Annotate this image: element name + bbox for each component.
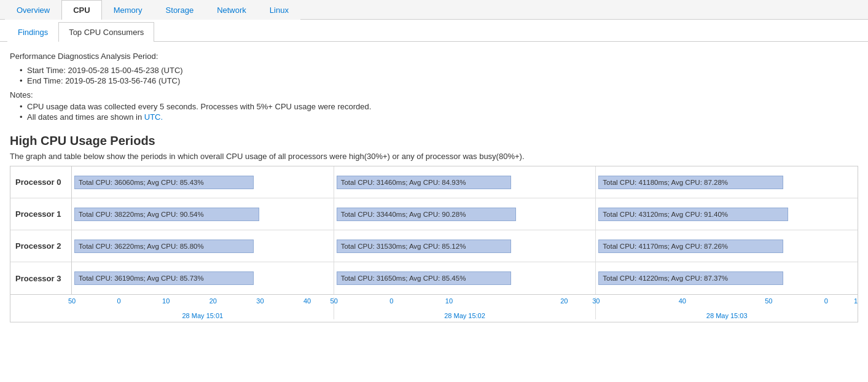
analysis-period-list: Start Time: 2019-05-28 15-00-45-238 (UTC… xyxy=(10,66,858,85)
content-area: Performance Diagnostics Analysis Period:… xyxy=(0,42,868,322)
sub-tab-findings[interactable]: Findings xyxy=(7,22,58,42)
x-tick-1-1: 0 xyxy=(389,297,393,305)
section-desc: The graph and table below show the perio… xyxy=(10,152,858,161)
x-tick-0-4: 30 xyxy=(256,297,264,305)
data-row-0: Total CPU: 36060ms; Avg CPU: 85.43%Total… xyxy=(72,166,858,198)
cpu-chart: Processor 0 Processor 1 Processor 2 Proc… xyxy=(10,166,858,322)
bar-p1-b2: Total CPU: 43120ms; Avg CPU: 91.40% xyxy=(598,208,788,221)
tab-overview[interactable]: Overview xyxy=(5,0,61,20)
x-tick-0-0: 50 xyxy=(68,297,76,305)
chart-body: Processor 0 Processor 1 Processor 2 Proc… xyxy=(10,166,858,294)
x-axis-spacer xyxy=(10,297,72,319)
segment-p3-b2: Total CPU: 41220ms; Avg CPU: 87.37% xyxy=(596,262,858,294)
bar-p3-b0: Total CPU: 36190ms; Avg CPU: 85.73% xyxy=(74,271,254,285)
x-tick-2-2: 50 xyxy=(765,297,772,305)
segment-p2-b2: Total CPU: 41170ms; Avg CPU: 87.26% xyxy=(596,230,858,262)
x-axis-group-0: 5001020304028 May 15:01 xyxy=(72,297,334,319)
bar-p2-b2: Total CPU: 41170ms; Avg CPU: 87.26% xyxy=(598,240,783,253)
x-tick-1-3: 20 xyxy=(560,297,568,305)
x-axis: 5001020304028 May 15:01500102028 May 15:… xyxy=(10,294,858,322)
x-axis-group-1: 500102028 May 15:02 xyxy=(334,297,596,319)
bar-p1-b0: Total CPU: 38220ms; Avg CPU: 90.54% xyxy=(74,208,259,221)
bar-p2-b1: Total CPU: 31530ms; Avg CPU: 85.12% xyxy=(337,240,511,253)
tab-memory[interactable]: Memory xyxy=(102,0,154,20)
x-date-2: 28 May 15:03 xyxy=(706,312,748,319)
notes-list: CPU usage data was collected every 5 sec… xyxy=(10,102,858,122)
end-time: End Time: 2019-05-28 15-03-56-746 (UTC) xyxy=(20,76,858,85)
bar-p3-b2: Total CPU: 41220ms; Avg CPU: 87.37% xyxy=(598,271,783,285)
sub-tabs: Findings Top CPU Consumers xyxy=(0,22,868,42)
segment-p1-b0: Total CPU: 38220ms; Avg CPU: 90.54% xyxy=(72,198,334,230)
segment-p0-b0: Total CPU: 36060ms; Avg CPU: 85.43% xyxy=(72,166,334,198)
x-date-1: 28 May 15:02 xyxy=(444,312,485,319)
x-date-0: 28 May 15:01 xyxy=(182,312,224,319)
section-title: High CPU Usage Periods xyxy=(10,134,858,148)
bar-p1-b1: Total CPU: 33440ms; Avg CPU: 90.28% xyxy=(337,208,516,221)
row-label-2: Processor 2 xyxy=(10,230,71,262)
tab-cpu[interactable]: CPU xyxy=(61,0,101,20)
x-tick-1-0: 50 xyxy=(330,297,338,305)
segment-p3-b1: Total CPU: 31650ms; Avg CPU: 85.45% xyxy=(334,262,596,294)
bar-p3-b1: Total CPU: 31650ms; Avg CPU: 85.45% xyxy=(337,271,511,285)
x-tick-0-3: 20 xyxy=(209,297,217,305)
data-row-1: Total CPU: 38220ms; Avg CPU: 90.54%Total… xyxy=(72,198,858,230)
tab-linux[interactable]: Linux xyxy=(258,0,300,20)
segment-p0-b2: Total CPU: 41180ms; Avg CPU: 87.28% xyxy=(596,166,858,198)
segment-p2-b0: Total CPU: 36220ms; Avg CPU: 85.80% xyxy=(72,230,334,262)
segment-p2-b1: Total CPU: 31530ms; Avg CPU: 85.12% xyxy=(334,230,596,262)
tab-storage[interactable]: Storage xyxy=(154,0,206,20)
bar-p0-b0: Total CPU: 36060ms; Avg CPU: 85.43% xyxy=(74,176,254,189)
note-2-text: All dates and times are shown in xyxy=(27,112,144,122)
x-tick-0-2: 10 xyxy=(162,297,170,305)
row-label-0: Processor 0 xyxy=(10,166,71,198)
segment-p3-b0: Total CPU: 36190ms; Avg CPU: 85.73% xyxy=(72,262,334,294)
x-axis-data: 5001020304028 May 15:01500102028 May 15:… xyxy=(72,297,858,319)
bar-p0-b2: Total CPU: 41180ms; Avg CPU: 87.28% xyxy=(598,176,783,189)
x-tick-2-0: 30 xyxy=(592,297,600,305)
segment-p0-b1: Total CPU: 31460ms; Avg CPU: 84.93% xyxy=(334,166,596,198)
row-label-3: Processor 3 xyxy=(10,262,71,294)
x-tick-2-1: 40 xyxy=(679,297,686,305)
data-row-2: Total CPU: 36220ms; Avg CPU: 85.80%Total… xyxy=(72,230,858,262)
note-2-blue: UTC. xyxy=(144,112,163,122)
sub-tab-top-consumers[interactable]: Top CPU Consumers xyxy=(58,22,154,42)
chart-data: Total CPU: 36060ms; Avg CPU: 85.43%Total… xyxy=(72,166,858,294)
bar-p2-b0: Total CPU: 36220ms; Avg CPU: 85.80% xyxy=(74,240,254,253)
start-time: Start Time: 2019-05-28 15-00-45-238 (UTC… xyxy=(20,66,858,75)
x-axis-group-2: 30405001028 May 15:03 xyxy=(596,297,858,319)
segment-p1-b1: Total CPU: 33440ms; Avg CPU: 90.28% xyxy=(334,198,596,230)
row-label-1: Processor 1 xyxy=(10,198,71,230)
x-tick-2-3: 0 xyxy=(824,297,828,305)
bar-p0-b1: Total CPU: 31460ms; Avg CPU: 84.93% xyxy=(337,176,511,189)
x-tick-0-5: 40 xyxy=(303,297,311,305)
row-labels: Processor 0 Processor 1 Processor 2 Proc… xyxy=(10,166,72,294)
x-tick-0-1: 0 xyxy=(117,297,121,305)
notes-label: Notes: xyxy=(10,90,858,99)
note-2: All dates and times are shown in UTC. xyxy=(20,112,858,122)
data-row-3: Total CPU: 36190ms; Avg CPU: 85.73%Total… xyxy=(72,262,858,294)
note-1: CPU usage data was collected every 5 sec… xyxy=(20,102,858,111)
analysis-period-title: Performance Diagnostics Analysis Period: xyxy=(10,52,858,61)
x-tick-2-4: 10 xyxy=(854,297,858,305)
segment-p1-b2: Total CPU: 43120ms; Avg CPU: 91.40% xyxy=(596,198,858,230)
top-tabs: Overview CPU Memory Storage Network Linu… xyxy=(0,0,868,20)
x-tick-1-2: 10 xyxy=(445,297,453,305)
tab-network[interactable]: Network xyxy=(205,0,258,20)
